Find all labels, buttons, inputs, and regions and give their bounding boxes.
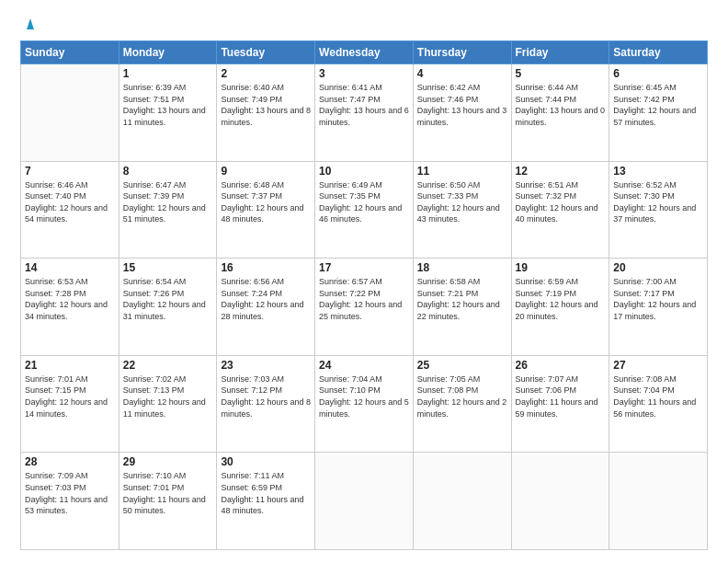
table-row: 28Sunrise: 7:09 AMSunset: 7:03 PMDayligh…: [21, 453, 119, 550]
header: [20, 17, 708, 31]
day-number: 23: [221, 359, 311, 372]
day-number: 29: [123, 455, 213, 468]
day-info: Sunrise: 6:49 AMSunset: 7:35 PMDaylight:…: [319, 179, 409, 225]
day-number: 30: [221, 455, 311, 468]
table-row: 16Sunrise: 6:56 AMSunset: 7:24 PMDayligh…: [217, 259, 315, 356]
calendar-week-row: 14Sunrise: 6:53 AMSunset: 7:28 PMDayligh…: [21, 259, 708, 356]
day-info: Sunrise: 6:42 AMSunset: 7:46 PMDaylight:…: [417, 82, 507, 128]
day-info: Sunrise: 7:07 AMSunset: 7:06 PMDaylight:…: [516, 373, 606, 419]
table-row: [609, 453, 708, 550]
table-row: 2Sunrise: 6:40 AMSunset: 7:49 PMDaylight…: [217, 64, 315, 162]
table-row: [21, 64, 119, 162]
day-number: 22: [123, 359, 213, 372]
day-info: Sunrise: 6:53 AMSunset: 7:28 PMDaylight:…: [25, 276, 115, 322]
day-info: Sunrise: 7:04 AMSunset: 7:10 PMDaylight:…: [319, 373, 409, 419]
table-row: 7Sunrise: 6:46 AMSunset: 7:40 PMDaylight…: [21, 161, 119, 259]
table-row: 9Sunrise: 6:48 AMSunset: 7:37 PMDaylight…: [217, 161, 315, 259]
day-info: Sunrise: 7:08 AMSunset: 7:04 PMDaylight:…: [613, 373, 703, 419]
table-row: [315, 453, 414, 550]
table-row: 23Sunrise: 7:03 AMSunset: 7:12 PMDayligh…: [217, 355, 315, 453]
day-number: 11: [417, 165, 507, 178]
day-info: Sunrise: 6:56 AMSunset: 7:24 PMDaylight:…: [221, 276, 311, 322]
day-number: 20: [613, 261, 703, 274]
calendar-week-row: 1Sunrise: 6:39 AMSunset: 7:51 PMDaylight…: [21, 64, 708, 162]
table-row: 13Sunrise: 6:52 AMSunset: 7:30 PMDayligh…: [609, 161, 708, 259]
day-info: Sunrise: 7:01 AMSunset: 7:15 PMDaylight:…: [25, 373, 115, 419]
table-row: [511, 453, 609, 550]
day-number: 12: [516, 165, 606, 178]
col-tuesday: Tuesday: [217, 41, 315, 64]
table-row: 19Sunrise: 6:59 AMSunset: 7:19 PMDayligh…: [511, 259, 609, 356]
day-info: Sunrise: 6:59 AMSunset: 7:19 PMDaylight:…: [516, 276, 606, 322]
table-row: 24Sunrise: 7:04 AMSunset: 7:10 PMDayligh…: [315, 355, 414, 453]
table-row: 3Sunrise: 6:41 AMSunset: 7:47 PMDaylight…: [315, 64, 414, 162]
day-info: Sunrise: 6:57 AMSunset: 7:22 PMDaylight:…: [319, 276, 409, 322]
day-number: 7: [25, 165, 115, 178]
col-sunday: Sunday: [21, 41, 119, 64]
table-row: 14Sunrise: 6:53 AMSunset: 7:28 PMDayligh…: [21, 259, 119, 356]
col-wednesday: Wednesday: [315, 41, 414, 64]
day-number: 10: [319, 165, 409, 178]
day-info: Sunrise: 6:39 AMSunset: 7:51 PMDaylight:…: [123, 82, 213, 128]
day-info: Sunrise: 6:44 AMSunset: 7:44 PMDaylight:…: [516, 82, 606, 128]
day-info: Sunrise: 6:47 AMSunset: 7:39 PMDaylight:…: [123, 179, 213, 225]
table-row: 30Sunrise: 7:11 AMSunset: 6:59 PMDayligh…: [217, 453, 315, 550]
col-friday: Friday: [511, 41, 609, 64]
table-row: 12Sunrise: 6:51 AMSunset: 7:32 PMDayligh…: [511, 161, 609, 259]
table-row: 20Sunrise: 7:00 AMSunset: 7:17 PMDayligh…: [609, 259, 708, 356]
day-number: 14: [25, 261, 115, 274]
table-row: 15Sunrise: 6:54 AMSunset: 7:26 PMDayligh…: [119, 259, 217, 356]
col-saturday: Saturday: [609, 41, 708, 64]
day-number: 18: [417, 261, 507, 274]
day-info: Sunrise: 7:00 AMSunset: 7:17 PMDaylight:…: [613, 276, 703, 322]
col-monday: Monday: [119, 41, 217, 64]
day-number: 15: [123, 261, 213, 274]
table-row: 4Sunrise: 6:42 AMSunset: 7:46 PMDaylight…: [413, 64, 511, 162]
table-row: 11Sunrise: 6:50 AMSunset: 7:33 PMDayligh…: [413, 161, 511, 259]
day-number: 24: [319, 359, 409, 372]
day-info: Sunrise: 7:03 AMSunset: 7:12 PMDaylight:…: [221, 373, 311, 419]
day-info: Sunrise: 6:48 AMSunset: 7:37 PMDaylight:…: [221, 179, 311, 225]
day-info: Sunrise: 7:09 AMSunset: 7:03 PMDaylight:…: [25, 470, 115, 516]
day-number: 28: [25, 455, 115, 468]
day-info: Sunrise: 6:46 AMSunset: 7:40 PMDaylight:…: [25, 179, 115, 225]
calendar-table: Sunday Monday Tuesday Wednesday Thursday…: [20, 40, 708, 550]
table-row: 26Sunrise: 7:07 AMSunset: 7:06 PMDayligh…: [511, 355, 609, 453]
day-info: Sunrise: 7:02 AMSunset: 7:13 PMDaylight:…: [123, 373, 213, 419]
table-row: 8Sunrise: 6:47 AMSunset: 7:39 PMDaylight…: [119, 161, 217, 259]
table-row: 22Sunrise: 7:02 AMSunset: 7:13 PMDayligh…: [119, 355, 217, 453]
day-number: 17: [319, 261, 409, 274]
day-info: Sunrise: 6:45 AMSunset: 7:42 PMDaylight:…: [613, 82, 703, 128]
day-number: 3: [319, 67, 409, 80]
col-thursday: Thursday: [413, 41, 511, 64]
day-info: Sunrise: 7:11 AMSunset: 6:59 PMDaylight:…: [221, 470, 311, 516]
day-number: 6: [613, 67, 703, 80]
day-number: 13: [613, 165, 703, 178]
day-number: 16: [221, 261, 311, 274]
page: Sunday Monday Tuesday Wednesday Thursday…: [0, 0, 728, 563]
day-info: Sunrise: 7:05 AMSunset: 7:08 PMDaylight:…: [417, 373, 507, 419]
table-row: 17Sunrise: 6:57 AMSunset: 7:22 PMDayligh…: [315, 259, 414, 356]
table-row: [413, 453, 511, 550]
logo: [20, 17, 39, 31]
day-info: Sunrise: 6:52 AMSunset: 7:30 PMDaylight:…: [613, 179, 703, 225]
day-number: 27: [613, 359, 703, 372]
table-row: 18Sunrise: 6:58 AMSunset: 7:21 PMDayligh…: [413, 259, 511, 356]
table-row: 6Sunrise: 6:45 AMSunset: 7:42 PMDaylight…: [609, 64, 708, 162]
day-info: Sunrise: 7:10 AMSunset: 7:01 PMDaylight:…: [123, 470, 213, 516]
day-number: 1: [123, 67, 213, 80]
table-row: 25Sunrise: 7:05 AMSunset: 7:08 PMDayligh…: [413, 355, 511, 453]
day-info: Sunrise: 6:51 AMSunset: 7:32 PMDaylight:…: [516, 179, 606, 225]
svg-marker-0: [27, 18, 34, 29]
calendar-week-row: 21Sunrise: 7:01 AMSunset: 7:15 PMDayligh…: [21, 355, 708, 453]
table-row: 10Sunrise: 6:49 AMSunset: 7:35 PMDayligh…: [315, 161, 414, 259]
table-row: 5Sunrise: 6:44 AMSunset: 7:44 PMDaylight…: [511, 64, 609, 162]
table-row: 27Sunrise: 7:08 AMSunset: 7:04 PMDayligh…: [609, 355, 708, 453]
calendar-week-row: 28Sunrise: 7:09 AMSunset: 7:03 PMDayligh…: [21, 453, 708, 550]
table-row: 1Sunrise: 6:39 AMSunset: 7:51 PMDaylight…: [119, 64, 217, 162]
calendar-week-row: 7Sunrise: 6:46 AMSunset: 7:40 PMDaylight…: [21, 161, 708, 259]
calendar-header-row: Sunday Monday Tuesday Wednesday Thursday…: [21, 41, 708, 64]
table-row: 21Sunrise: 7:01 AMSunset: 7:15 PMDayligh…: [21, 355, 119, 453]
day-number: 19: [516, 261, 606, 274]
day-number: 5: [516, 67, 606, 80]
